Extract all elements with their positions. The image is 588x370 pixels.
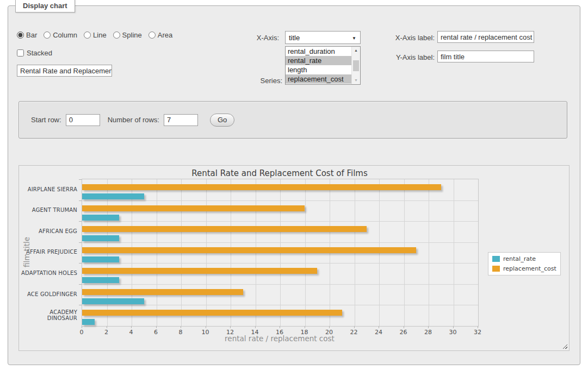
stacked-option[interactable]: Stacked [17,49,52,57]
resize-handle[interactable] [562,343,567,349]
x-tick-label: 10 [202,329,209,336]
series-option-length[interactable]: length [286,65,360,74]
chart-type-label: Area [158,31,172,39]
num-rows-input[interactable] [164,114,198,126]
scroll-down-icon[interactable]: ▼ [352,77,360,84]
go-button[interactable]: Go [210,114,234,127]
x-axis-title: rental rate / replacement cost [225,334,335,343]
series-option-rental_rate[interactable]: rental_rate [286,56,360,65]
legend-label: rental_rate [503,255,536,262]
y-tick-mark [79,200,82,201]
x-tick-mark [453,326,454,328]
stacked-checkbox[interactable] [17,49,24,57]
x-tick-mark [206,326,206,328]
y-axis-title: film title [22,237,31,267]
x-tick-mark [230,326,231,328]
start-row-input[interactable] [66,114,100,126]
gridline [82,200,478,201]
x-tick-label: 32 [474,329,481,336]
x-axis-label-input[interactable] [437,31,534,43]
radio-spline[interactable] [113,32,120,39]
x-tick-label: 30 [449,329,457,336]
chart-type-option-bar[interactable]: Bar [17,31,37,39]
x-tick-label: 28 [424,329,432,336]
bar-rental_rate [82,256,119,262]
gridline [82,284,478,285]
category-label: ACE GOLDFINGER [19,284,77,305]
chart-type-option-line[interactable]: Line [84,31,107,39]
chart-type-option-spline[interactable]: Spline [113,31,142,39]
x-axis-select-label: X-Axis: [237,34,279,42]
x-tick-label: 2 [104,329,108,336]
category-label: AIRPLANE SIERRA [19,179,77,200]
legend-item-rental-rate: rental_rate [492,255,556,262]
bar-rental_rate [82,319,95,325]
bar-replacement_cost [82,205,305,211]
stacked-label: Stacked [27,49,52,57]
y-tick-mark [79,221,82,222]
bar-rental_rate [82,215,119,221]
series-label: Series: [237,77,282,85]
scroll-up-icon[interactable]: ▲ [352,47,360,54]
legend-label: replacement_cost [503,265,556,272]
x-axis-select[interactable]: title ▼ [285,31,361,44]
chart-type-label: Line [93,31,107,39]
chart-title-input[interactable] [17,65,112,77]
x-tick-label: 6 [154,329,158,336]
x-tick-mark [329,326,330,328]
row-range-box: Start row: Number of rows: Go [18,101,567,139]
chart-type-option-column[interactable]: Column [44,31,77,39]
x-tick-mark [280,326,280,328]
gridline [82,242,478,243]
bar-replacement_cost [82,247,416,253]
x-tick-mark [428,326,429,328]
x-tick-mark [354,326,355,328]
gridline [82,263,478,264]
y-axis-label-input[interactable] [437,51,534,62]
chart-legend: rental_rate replacement_cost [488,252,561,275]
x-tick-mark [255,326,256,328]
gridline [82,305,478,305]
x-tick-label: 0 [80,329,84,336]
x-tick-label: 24 [375,329,382,336]
y-tick-mark [79,305,82,305]
chart-type-label: Bar [26,31,37,39]
gridline [82,221,478,222]
category-label: AGENT TRUMAN [19,200,77,221]
x-tick-mark [305,326,305,328]
start-row-label: Start row: [31,116,61,124]
gridline [454,179,454,326]
series-option-rental_duration[interactable]: rental_duration [286,47,360,56]
x-tick-mark [379,326,379,328]
scrollbar-thumb[interactable] [353,60,359,71]
x-tick-label: 26 [400,329,407,336]
listbox-scrollbar[interactable]: ▲ ▼ [351,47,360,84]
chart-title: Rental Rate and Replacement Cost of Film… [82,168,478,178]
chart-type-option-area[interactable]: Area [148,31,172,39]
y-tick-mark [79,284,82,285]
display-chart-panel: Display chart BarColumnLineSplineArea St… [8,5,580,365]
x-tick-mark [82,326,82,328]
category-label: ACADEMY DINOSAUR [19,304,77,325]
legend-swatch-rental-rate [492,256,500,262]
radio-column[interactable] [44,32,51,39]
bar-replacement_cost [82,226,367,232]
series-listbox[interactable]: rental_durationrental_ratelengthreplacem… [285,46,361,85]
chart-type-label: Spline [122,31,142,39]
x-tick-label: 4 [129,329,133,336]
x-tick-mark [131,326,132,328]
bar-replacement_cost [82,289,243,295]
chart-container: Rental Rate and Replacement Cost of Film… [18,165,570,351]
x-tick-mark [404,326,404,328]
radio-line[interactable] [84,32,91,39]
radio-bar[interactable] [17,32,24,39]
bar-replacement_cost [82,268,317,274]
series-option-replacement_cost[interactable]: replacement_cost [286,74,360,84]
x-tick-mark [107,326,107,328]
x-axis-label-label: X-Axis label: [376,34,435,42]
radio-area[interactable] [148,32,156,39]
plot-area [82,179,479,327]
y-tick-mark [79,263,82,264]
y-axis-label-label: Y-Axis label: [376,53,435,61]
x-tick-mark [156,326,157,328]
